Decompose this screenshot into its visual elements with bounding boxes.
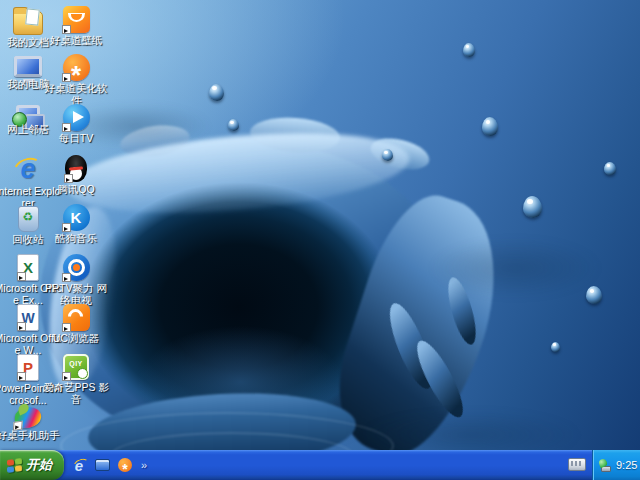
shortcut-badge	[62, 273, 71, 282]
windows-flag-icon	[7, 457, 22, 472]
desktop-icon-pptv[interactable]: PPTV聚力 网络电视	[50, 254, 102, 306]
desktop-icon-label: 好桌道壁纸	[42, 34, 110, 46]
shortcut-badge	[64, 174, 73, 183]
orange-starburst-icon	[63, 54, 90, 81]
desktop-icon-label: PPTV聚力 网络电视	[42, 282, 110, 306]
excel-x-icon	[17, 254, 39, 281]
start-button[interactable]: 开始	[0, 450, 64, 480]
recycle-bin-icon	[18, 206, 39, 232]
start-button-label: 开始	[26, 456, 52, 474]
phone-assistant-icon	[14, 405, 42, 429]
taskbar[interactable]: 开始 » 9:25	[0, 450, 640, 480]
quick-launch-overflow-chevron[interactable]: »	[141, 459, 147, 471]
desktop-icon-kugou-music[interactable]: 酷狗音乐	[50, 204, 102, 244]
shortcut-badge	[17, 372, 26, 381]
desktop-icon-label: 好桌道美化软件	[42, 82, 110, 106]
ie-e-icon	[75, 457, 83, 474]
language-bar-keyboard-icon[interactable]	[568, 458, 586, 471]
orange-flower-icon	[118, 458, 132, 472]
ie-e-icon	[13, 154, 43, 184]
shortcut-badge	[62, 123, 71, 132]
network-computers-icon	[16, 105, 40, 122]
desktop-icon-network-places[interactable]: 网上邻居	[2, 104, 54, 135]
shortcut-badge	[62, 73, 71, 82]
shortcut-badge	[62, 323, 71, 332]
desktop-icon-label: 酷狗音乐	[42, 232, 110, 244]
desktop-icon-ms-office-word[interactable]: Microsoft Office W...	[2, 304, 54, 356]
powerpoint-p-icon	[17, 354, 39, 381]
shortcut-badge	[17, 322, 26, 331]
shortcut-badge	[17, 272, 26, 281]
desktop-icon-tencent-qq[interactable]: 腾讯QQ	[50, 154, 102, 195]
screen: 我的文档好桌道壁纸我的电脑好桌道美化软件网上邻居每日TVInternet Exp…	[0, 0, 640, 480]
pps-green-icon	[63, 354, 89, 380]
system-tray: 9:25	[592, 450, 640, 480]
quick-launch-haozhuodao[interactable]	[116, 456, 134, 474]
uc-squirrel-icon	[63, 304, 90, 331]
blue-play-icon	[63, 104, 90, 131]
desktop-icon-haozhuo-phone-assistant[interactable]: 好桌手机助手	[2, 402, 54, 441]
quick-launch-internet-explorer[interactable]	[70, 456, 88, 474]
desktop-icon-grid: 我的文档好桌道壁纸我的电脑好桌道美化软件网上邻居每日TVInternet Exp…	[0, 0, 640, 450]
pptv-ring-icon	[63, 254, 90, 281]
orange-wallpaper-icon	[63, 6, 90, 33]
word-w-icon	[17, 304, 39, 331]
desktop-icon-internet-explorer[interactable]: Internet Explorer	[2, 154, 54, 209]
quick-launch-show-desktop[interactable]	[93, 456, 111, 474]
desktop-icon-uc-browser[interactable]: UC浏览器	[50, 304, 102, 344]
shortcut-badge	[62, 25, 71, 34]
desktop-icon-meiri-tv[interactable]: 每日TV	[50, 104, 102, 144]
shortcut-badge	[62, 223, 71, 232]
desktop-icon-haozhuodao-beautify[interactable]: 好桌道美化软件	[50, 54, 102, 106]
folder-documents-icon	[13, 11, 43, 35]
desktop-icon-label: UC浏览器	[42, 332, 110, 344]
desktop-icon-iqiyi-pps[interactable]: 爱奇艺PPS 影音	[50, 354, 102, 405]
kugou-k-icon	[63, 204, 90, 231]
desktop-icon-label: 每日TV	[42, 132, 110, 144]
desktop-icon-label: 好桌手机助手	[0, 429, 62, 441]
desktop-icon-label: 腾讯QQ	[42, 183, 110, 195]
computer-monitor-icon	[14, 56, 42, 77]
taskbar-clock[interactable]: 9:25	[616, 459, 637, 471]
safely-remove-hardware-icon[interactable]	[599, 459, 612, 472]
shortcut-badge	[62, 372, 71, 381]
quick-launch-bar: »	[70, 450, 147, 480]
desktop-window-icon	[95, 459, 110, 471]
qq-penguin-icon	[65, 155, 87, 182]
desktop-icon-haozhuodao-wallpaper[interactable]: 好桌道壁纸	[50, 6, 102, 46]
